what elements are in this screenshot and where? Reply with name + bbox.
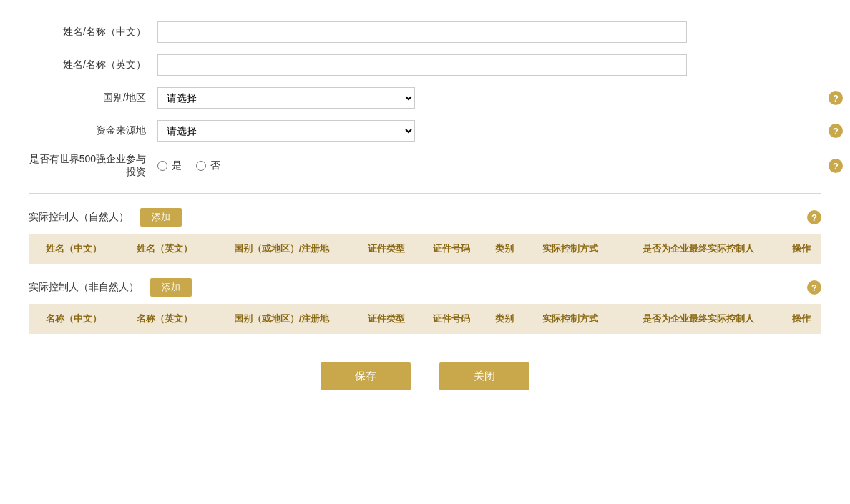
natural-person-help-icon[interactable]: ? (807, 210, 821, 224)
non-natural-person-table: 名称（中文） 名称（英文） 国别（或地区）/注册地 证件类型 证件号码 类别 实… (29, 304, 821, 334)
nnp-col-category: 类别 (484, 304, 525, 334)
divider-1 (29, 193, 821, 194)
natural-person-table: 姓名（中文） 姓名（英文） 国别（或地区）/注册地 证件类型 证件号码 类别 实… (29, 234, 821, 264)
natural-person-header-row: 姓名（中文） 姓名（英文） 国别（或地区）/注册地 证件类型 证件号码 类别 实… (29, 234, 821, 264)
fortune500-label: 是否有世界500强企业参与投资 (29, 153, 157, 179)
nnp-col-control-method: 实际控制方式 (525, 304, 615, 334)
nnp-col-action: 操作 (781, 304, 821, 334)
fortune500-help-icon[interactable]: ? (829, 159, 843, 173)
fortune500-no-label: 否 (210, 159, 220, 172)
bottom-actions: 保存 关闭 (29, 362, 821, 390)
non-natural-person-add-btn[interactable]: 添加 (150, 278, 192, 297)
basic-info-section: 姓名/名称（中文） 姓名/名称（英文） 国别/地区 请选择 ? 资金来源地 请选… (29, 21, 821, 179)
fortune500-no-radio[interactable] (196, 161, 206, 171)
np-col-control-method: 实际控制方式 (525, 234, 615, 264)
nnp-col-cert-no: 证件号码 (419, 304, 484, 334)
np-col-cert-type: 证件类型 (353, 234, 419, 264)
np-col-action: 操作 (781, 234, 821, 264)
non-natural-person-help-icon[interactable]: ? (807, 280, 821, 295)
name-cn-row: 姓名/名称（中文） (29, 21, 821, 43)
save-button[interactable]: 保存 (321, 362, 411, 390)
fortune500-radio-group: 是 否 (157, 159, 220, 172)
fund-source-help-icon[interactable]: ? (829, 124, 843, 138)
np-col-cert-no: 证件号码 (419, 234, 484, 264)
country-help-icon[interactable]: ? (829, 91, 843, 105)
non-natural-person-section: 实际控制人（非自然人） 添加 ? 名称（中文） 名称（英文） 国别（或地区）/注… (29, 278, 821, 334)
non-natural-person-header-row: 名称（中文） 名称（英文） 国别（或地区）/注册地 证件类型 证件号码 类别 实… (29, 304, 821, 334)
fund-source-row: 资金来源地 请选择 ? (29, 120, 821, 142)
np-col-category: 类别 (484, 234, 525, 264)
non-natural-person-header: 实际控制人（非自然人） 添加 ? (29, 278, 821, 297)
np-col-is-ultimate: 是否为企业最终实际控制人 (615, 234, 781, 264)
natural-person-section: 实际控制人（自然人） 添加 ? 姓名（中文） 姓名（英文） 国别（或地区）/注册… (29, 208, 821, 264)
np-col-name-cn: 姓名（中文） (29, 234, 119, 264)
fortune500-yes-radio[interactable] (157, 161, 167, 171)
nnp-col-is-ultimate: 是否为企业最终实际控制人 (615, 304, 781, 334)
nnp-col-name-cn: 名称（中文） (29, 304, 119, 334)
name-en-row: 姓名/名称（英文） (29, 54, 821, 76)
non-natural-person-table-head: 名称（中文） 名称（英文） 国别（或地区）/注册地 证件类型 证件号码 类别 实… (29, 304, 821, 334)
fortune500-row: 是否有世界500强企业参与投资 是 否 ? (29, 153, 821, 179)
nnp-col-name-en: 名称（英文） (119, 304, 209, 334)
natural-person-add-btn[interactable]: 添加 (140, 208, 182, 227)
country-row: 国别/地区 请选择 ? (29, 87, 821, 109)
fortune500-yes-label: 是 (172, 159, 182, 172)
name-cn-input[interactable] (157, 21, 687, 43)
close-button[interactable]: 关闭 (439, 362, 529, 390)
name-cn-label: 姓名/名称（中文） (29, 26, 157, 39)
fortune500-no-option[interactable]: 否 (196, 159, 220, 172)
name-en-input[interactable] (157, 54, 687, 76)
natural-person-table-head: 姓名（中文） 姓名（英文） 国别（或地区）/注册地 证件类型 证件号码 类别 实… (29, 234, 821, 264)
np-col-country: 国别（或地区）/注册地 (210, 234, 353, 264)
nnp-col-country: 国别（或地区）/注册地 (210, 304, 353, 334)
country-select[interactable]: 请选择 (157, 87, 415, 109)
fund-source-label: 资金来源地 (29, 124, 157, 137)
name-en-label: 姓名/名称（英文） (29, 59, 157, 71)
fund-source-select[interactable]: 请选择 (157, 120, 415, 142)
non-natural-person-title: 实际控制人（非自然人） (29, 281, 139, 294)
nnp-col-cert-type: 证件类型 (353, 304, 419, 334)
country-label: 国别/地区 (29, 92, 157, 104)
np-col-name-en: 姓名（英文） (119, 234, 209, 264)
natural-person-title: 实际控制人（自然人） (29, 211, 129, 224)
fortune500-yes-option[interactable]: 是 (157, 159, 182, 172)
natural-person-header: 实际控制人（自然人） 添加 ? (29, 208, 821, 227)
